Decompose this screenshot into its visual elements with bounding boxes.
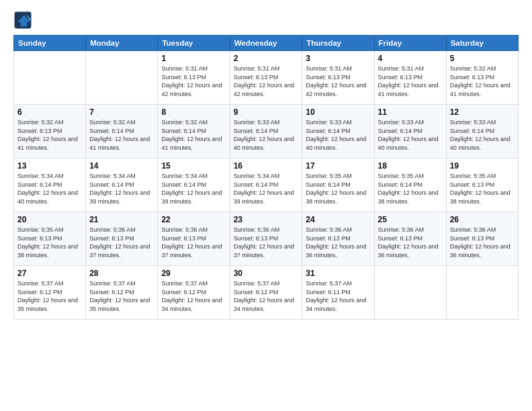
calendar-cell: 13Sunrise: 5:34 AM Sunset: 6:14 PM Dayli… xyxy=(14,158,86,212)
day-number: 3 xyxy=(306,54,370,63)
calendar-week-3: 13Sunrise: 5:34 AM Sunset: 6:14 PM Dayli… xyxy=(14,158,519,212)
day-info: Sunrise: 5:33 AM Sunset: 6:14 PM Dayligh… xyxy=(450,118,515,152)
day-info: Sunrise: 5:36 AM Sunset: 6:13 PM Dayligh… xyxy=(234,226,299,259)
day-number: 21 xyxy=(89,215,154,224)
day-number: 16 xyxy=(234,161,299,171)
calendar-cell: 22Sunrise: 5:36 AM Sunset: 6:13 PM Dayli… xyxy=(158,212,230,266)
day-number: 10 xyxy=(306,107,370,117)
day-number: 1 xyxy=(161,54,226,63)
day-number: 11 xyxy=(378,107,443,117)
day-number: 17 xyxy=(306,161,370,171)
day-number: 13 xyxy=(17,161,82,171)
calendar-cell: 20Sunrise: 5:35 AM Sunset: 6:13 PM Dayli… xyxy=(14,212,86,266)
calendar-cell: 28Sunrise: 5:37 AM Sunset: 6:12 PM Dayli… xyxy=(86,266,158,320)
day-info: Sunrise: 5:32 AM Sunset: 6:14 PM Dayligh… xyxy=(89,118,154,152)
calendar-week-2: 6Sunrise: 5:32 AM Sunset: 6:13 PM Daylig… xyxy=(14,105,519,158)
day-number: 7 xyxy=(89,107,154,117)
calendar-cell: 3Sunrise: 5:31 AM Sunset: 6:13 PM Daylig… xyxy=(302,51,374,105)
day-info: Sunrise: 5:34 AM Sunset: 6:14 PM Dayligh… xyxy=(234,172,299,205)
day-info: Sunrise: 5:31 AM Sunset: 6:13 PM Dayligh… xyxy=(161,64,226,98)
calendar-cell: 14Sunrise: 5:34 AM Sunset: 6:14 PM Dayli… xyxy=(86,158,158,212)
day-number: 6 xyxy=(17,107,82,117)
calendar-cell xyxy=(86,51,158,105)
calendar-cell: 26Sunrise: 5:36 AM Sunset: 6:13 PM Dayli… xyxy=(446,212,518,266)
day-info: Sunrise: 5:34 AM Sunset: 6:14 PM Dayligh… xyxy=(89,172,154,205)
calendar-cell: 19Sunrise: 5:35 AM Sunset: 6:13 PM Dayli… xyxy=(446,158,518,212)
calendar-cell: 4Sunrise: 5:31 AM Sunset: 6:13 PM Daylig… xyxy=(374,51,446,105)
day-info: Sunrise: 5:32 AM Sunset: 6:13 PM Dayligh… xyxy=(450,64,515,98)
day-info: Sunrise: 5:36 AM Sunset: 6:13 PM Dayligh… xyxy=(306,226,370,259)
day-header-sunday: Sunday xyxy=(14,36,86,51)
day-info: Sunrise: 5:37 AM Sunset: 6:11 PM Dayligh… xyxy=(306,279,370,313)
day-info: Sunrise: 5:31 AM Sunset: 6:13 PM Dayligh… xyxy=(378,64,443,98)
day-info: Sunrise: 5:35 AM Sunset: 6:14 PM Dayligh… xyxy=(378,172,443,205)
calendar-cell: 9Sunrise: 5:33 AM Sunset: 6:14 PM Daylig… xyxy=(230,105,302,158)
day-info: Sunrise: 5:33 AM Sunset: 6:14 PM Dayligh… xyxy=(306,118,370,152)
calendar-cell: 12Sunrise: 5:33 AM Sunset: 6:14 PM Dayli… xyxy=(446,105,518,158)
day-info: Sunrise: 5:36 AM Sunset: 6:13 PM Dayligh… xyxy=(450,226,515,259)
calendar-cell: 10Sunrise: 5:33 AM Sunset: 6:14 PM Dayli… xyxy=(302,105,374,158)
calendar-cell: 21Sunrise: 5:36 AM Sunset: 6:13 PM Dayli… xyxy=(86,212,158,266)
calendar-cell: 15Sunrise: 5:34 AM Sunset: 6:14 PM Dayli… xyxy=(158,158,230,212)
day-info: Sunrise: 5:35 AM Sunset: 6:13 PM Dayligh… xyxy=(17,226,82,259)
calendar-cell: 1Sunrise: 5:31 AM Sunset: 6:13 PM Daylig… xyxy=(158,51,230,105)
page: SundayMondayTuesdayWednesdayThursdayFrid… xyxy=(0,0,532,411)
calendar-cell: 25Sunrise: 5:36 AM Sunset: 6:13 PM Dayli… xyxy=(374,212,446,266)
calendar-cell: 6Sunrise: 5:32 AM Sunset: 6:13 PM Daylig… xyxy=(14,105,86,158)
day-info: Sunrise: 5:35 AM Sunset: 6:13 PM Dayligh… xyxy=(450,172,515,205)
calendar-cell: 27Sunrise: 5:37 AM Sunset: 6:12 PM Dayli… xyxy=(14,266,86,320)
day-number: 27 xyxy=(17,269,82,278)
day-info: Sunrise: 5:32 AM Sunset: 6:13 PM Dayligh… xyxy=(17,118,82,152)
day-header-monday: Monday xyxy=(86,36,158,51)
calendar-cell: 2Sunrise: 5:31 AM Sunset: 6:13 PM Daylig… xyxy=(230,51,302,105)
day-info: Sunrise: 5:34 AM Sunset: 6:14 PM Dayligh… xyxy=(17,172,82,205)
day-info: Sunrise: 5:36 AM Sunset: 6:13 PM Dayligh… xyxy=(161,226,226,259)
calendar-week-5: 27Sunrise: 5:37 AM Sunset: 6:12 PM Dayli… xyxy=(14,266,519,320)
calendar-cell: 29Sunrise: 5:37 AM Sunset: 6:12 PM Dayli… xyxy=(158,266,230,320)
day-number: 9 xyxy=(234,107,299,117)
day-number: 23 xyxy=(234,215,299,224)
calendar-week-1: 1Sunrise: 5:31 AM Sunset: 6:13 PM Daylig… xyxy=(14,51,519,105)
logo xyxy=(13,11,35,30)
calendar-cell: 11Sunrise: 5:33 AM Sunset: 6:14 PM Dayli… xyxy=(374,105,446,158)
calendar-cell xyxy=(374,266,446,320)
day-number: 15 xyxy=(161,161,226,171)
day-number: 8 xyxy=(161,107,226,117)
day-info: Sunrise: 5:33 AM Sunset: 6:14 PM Dayligh… xyxy=(234,118,299,152)
day-info: Sunrise: 5:32 AM Sunset: 6:14 PM Dayligh… xyxy=(161,118,226,152)
day-number: 28 xyxy=(89,269,154,278)
day-header-saturday: Saturday xyxy=(446,36,518,51)
day-number: 20 xyxy=(17,215,82,224)
day-number: 22 xyxy=(161,215,226,224)
day-header-friday: Friday xyxy=(374,36,446,51)
day-info: Sunrise: 5:37 AM Sunset: 6:12 PM Dayligh… xyxy=(234,279,299,313)
day-info: Sunrise: 5:37 AM Sunset: 6:12 PM Dayligh… xyxy=(89,279,154,313)
logo-icon xyxy=(13,11,32,30)
calendar-cell: 30Sunrise: 5:37 AM Sunset: 6:12 PM Dayli… xyxy=(230,266,302,320)
day-info: Sunrise: 5:34 AM Sunset: 6:14 PM Dayligh… xyxy=(161,172,226,205)
day-number: 2 xyxy=(234,54,299,63)
day-number: 5 xyxy=(450,54,515,63)
day-info: Sunrise: 5:31 AM Sunset: 6:13 PM Dayligh… xyxy=(306,64,370,98)
calendar-cell: 5Sunrise: 5:32 AM Sunset: 6:13 PM Daylig… xyxy=(446,51,518,105)
day-info: Sunrise: 5:31 AM Sunset: 6:13 PM Dayligh… xyxy=(234,64,299,98)
header xyxy=(13,11,519,30)
calendar-cell: 18Sunrise: 5:35 AM Sunset: 6:14 PM Dayli… xyxy=(374,158,446,212)
calendar-table: SundayMondayTuesdayWednesdayThursdayFrid… xyxy=(13,35,519,320)
calendar-cell xyxy=(446,266,518,320)
day-number: 4 xyxy=(378,54,443,63)
day-number: 25 xyxy=(378,215,443,224)
day-header-tuesday: Tuesday xyxy=(158,36,230,51)
day-info: Sunrise: 5:37 AM Sunset: 6:12 PM Dayligh… xyxy=(161,279,226,313)
calendar-week-4: 20Sunrise: 5:35 AM Sunset: 6:13 PM Dayli… xyxy=(14,212,519,266)
calendar-header-row: SundayMondayTuesdayWednesdayThursdayFrid… xyxy=(14,36,519,51)
day-number: 30 xyxy=(234,269,299,278)
calendar-cell xyxy=(14,51,86,105)
day-number: 24 xyxy=(306,215,370,224)
day-number: 26 xyxy=(450,215,515,224)
calendar-cell: 24Sunrise: 5:36 AM Sunset: 6:13 PM Dayli… xyxy=(302,212,374,266)
day-header-thursday: Thursday xyxy=(302,36,374,51)
day-info: Sunrise: 5:33 AM Sunset: 6:14 PM Dayligh… xyxy=(378,118,443,152)
day-number: 12 xyxy=(450,107,515,117)
day-number: 29 xyxy=(161,269,226,278)
